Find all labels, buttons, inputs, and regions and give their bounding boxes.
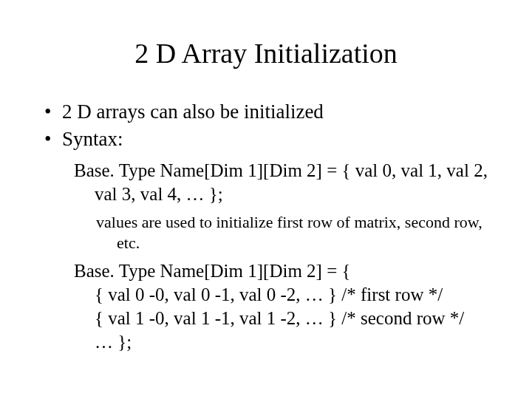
code-line: Base. Type Name[Dim 1][Dim 2] = {	[74, 259, 502, 283]
code-line: … };	[74, 330, 502, 354]
bullet-item: Syntax:	[44, 126, 502, 152]
code-line: { val 1 -0, val 1 -1, val 1 -2, … } /* s…	[74, 307, 502, 330]
bullet-item: 2 D arrays can also be initialized	[44, 99, 502, 125]
syntax-nested: Base. Type Name[Dim 1][Dim 2] = { { val …	[74, 259, 502, 354]
syntax-flat: Base. Type Name[Dim 1][Dim 2] = { val 0,…	[74, 159, 502, 206]
slide: 2 D Array Initialization 2 D arrays can …	[0, 0, 532, 399]
code-line: { val 0 -0, val 0 -1, val 0 -2, … } /* f…	[74, 283, 502, 307]
bullet-list: 2 D arrays can also be initialized Synta…	[44, 99, 502, 151]
slide-title: 2 D Array Initialization	[30, 37, 502, 69]
syntax-note: values are used to initialize first row …	[96, 212, 502, 253]
